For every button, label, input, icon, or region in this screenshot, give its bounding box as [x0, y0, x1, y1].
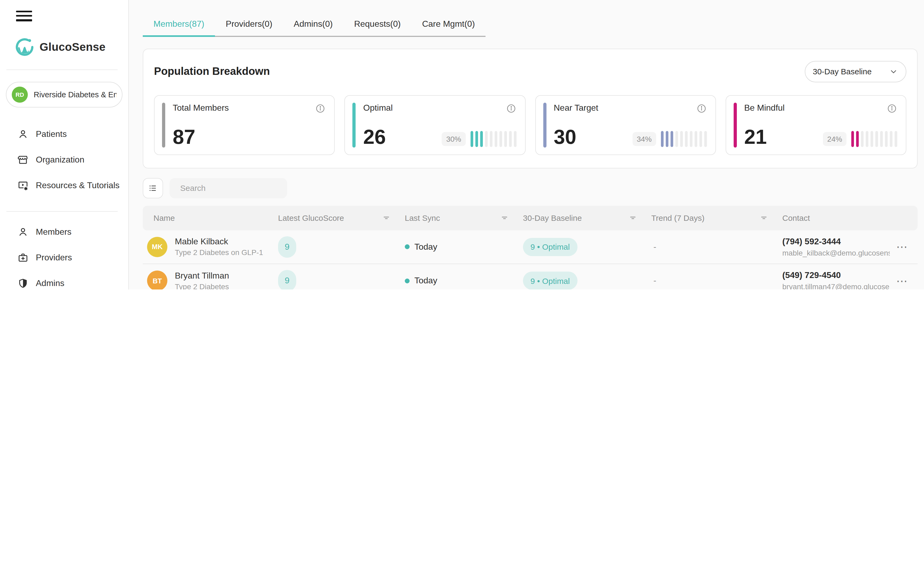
tab-bar: Members(87)Providers(0)Admins(0)Requests… — [143, 14, 486, 37]
member-phone: (794) 592-3444 — [782, 237, 890, 247]
filter-icon[interactable] — [500, 213, 509, 222]
main-content: Members(87)Providers(0)Admins(0)Requests… — [129, 0, 924, 290]
column-header-last-sync: Last Sync — [405, 213, 523, 222]
stat-value: 30 — [554, 126, 576, 147]
sidebar-item-resources-tutorials[interactable]: Resources & Tutorials — [0, 173, 121, 197]
population-breakdown-card: Population Breakdown 30-Day Baseline Tot… — [143, 48, 917, 168]
sidebar-item-label: Patients — [36, 129, 67, 139]
stat-label: Optimal — [363, 103, 393, 113]
sidebar-item-label: Providers — [36, 253, 72, 262]
stat-cards: Total Members87Optimal2630%Near Target30… — [154, 95, 906, 155]
sidebar-item-providers[interactable]: Providers — [0, 246, 121, 269]
sidebar-nav-primary: PatientsOrganizationResources & Tutorial… — [0, 121, 128, 198]
sidebar-item-members[interactable]: Members — [0, 220, 121, 244]
table-toolbar — [143, 178, 917, 198]
filter-icon[interactable] — [759, 213, 769, 222]
last-sync: Today — [405, 242, 523, 252]
search-field — [170, 178, 287, 198]
no-trend-dash: - — [651, 276, 656, 285]
chevron-down-icon — [889, 67, 898, 76]
sidebar-item-admins[interactable]: Admins — [0, 272, 121, 290]
no-trend-dash: - — [651, 242, 656, 251]
column-header-30-day-baseline: 30-Day Baseline — [523, 213, 651, 222]
stat-percent-viz: 34% — [632, 131, 706, 147]
stat-label: Be Mindful — [744, 103, 785, 113]
member-condition: Type 2 Diabetes — [175, 282, 229, 290]
column-header-latest-glucoscore: Latest GlucoScore — [278, 213, 405, 222]
org-selector[interactable]: RD Riverside Diabetes & En — [6, 82, 123, 107]
more-actions-icon[interactable]: ⋯ — [894, 239, 909, 255]
filter-icon[interactable] — [628, 213, 638, 222]
range-select-value: 30-Day Baseline — [813, 67, 872, 76]
brand: GlucoSense — [15, 37, 128, 56]
menu-button[interactable] — [16, 11, 32, 21]
member-name: Bryant Tillman — [175, 271, 229, 281]
org-selector-label: Riverside Diabetes & En — [34, 90, 116, 99]
table-header: NameLatest GlucoScoreLast Sync30-Day Bas… — [143, 206, 917, 230]
stat-label: Near Target — [554, 103, 599, 113]
tab-members-87[interactable]: Members(87) — [143, 14, 215, 37]
org-avatar: RD — [12, 86, 28, 102]
search-input[interactable] — [180, 183, 286, 193]
tab-requests-0[interactable]: Requests(0) — [343, 14, 411, 37]
stat-card-near-target: Near Target3034% — [535, 95, 716, 155]
stat-accent-bar — [543, 102, 546, 147]
list-view-icon — [147, 183, 158, 193]
stat-value: 21 — [744, 126, 767, 147]
sidebar-item-patients[interactable]: Patients — [0, 122, 121, 146]
shield-icon — [17, 277, 29, 289]
page-title: Population Breakdown — [154, 65, 270, 77]
divider — [7, 211, 118, 211]
glucosense-logo-icon — [15, 37, 34, 56]
info-icon[interactable] — [886, 103, 897, 114]
more-actions-icon[interactable]: ⋯ — [894, 273, 909, 289]
sync-status-dot — [405, 245, 410, 249]
column-header-trend-7-days: Trend (7 Days) — [651, 213, 782, 222]
stat-accent-bar — [353, 102, 356, 147]
members-table: NameLatest GlucoScoreLast Sync30-Day Bas… — [143, 206, 917, 290]
baseline-badge: 9 • Optimal — [523, 238, 577, 256]
percent-chip: 30% — [442, 132, 466, 146]
member-email: bryant.tillman47@demo.glucosens… — [782, 283, 890, 290]
stat-card-be-mindful: Be Mindful2124% — [726, 95, 907, 155]
sync-status-dot — [405, 278, 410, 283]
logo-text: GlucoSense — [39, 40, 106, 53]
percent-chip: 34% — [632, 132, 656, 146]
table-row-mable-kilback[interactable]: MKMable KilbackType 2 Diabetes on GLP-19… — [143, 230, 917, 264]
avatar: BT — [147, 271, 167, 290]
person-icon — [17, 128, 29, 140]
avatar: MK — [147, 237, 167, 257]
info-icon[interactable] — [315, 103, 326, 114]
percent-chip: 24% — [823, 132, 847, 146]
member-phone: (549) 729-4540 — [782, 271, 890, 280]
column-header-name: Name — [143, 213, 278, 222]
info-icon[interactable] — [696, 103, 707, 114]
segment-bars — [470, 131, 516, 147]
stat-percent-viz: 30% — [442, 131, 516, 147]
person-icon — [17, 226, 29, 238]
table-row-bryant-tillman[interactable]: BTBryant TillmanType 2 Diabetes9Today9 •… — [143, 264, 917, 290]
stat-accent-bar — [734, 102, 737, 147]
stat-value: 26 — [363, 126, 386, 147]
stat-card-optimal: Optimal2630% — [345, 95, 526, 155]
member-condition: Type 2 Diabetes on GLP-1 — [175, 248, 263, 257]
sidebar-nav-secondary: MembersProvidersAdminsOrganizationsRheos… — [0, 219, 128, 290]
tab-providers-0[interactable]: Providers(0) — [215, 14, 283, 37]
tab-care-mgmt-0[interactable]: Care Mgmt(0) — [412, 14, 486, 37]
medical-bag-icon — [17, 252, 29, 263]
sidebar: GlucoSense RD Riverside Diabetes & En Pa… — [0, 0, 129, 290]
sidebar-item-label: Organization — [36, 155, 84, 164]
filter-icon[interactable] — [382, 213, 391, 222]
segment-bars — [661, 131, 707, 147]
video-tutorial-icon — [17, 179, 29, 191]
glucoscore-pill: 9 — [278, 270, 296, 290]
sidebar-item-label: Admins — [36, 278, 64, 288]
member-name: Mable Kilback — [175, 237, 263, 247]
list-view-button[interactable] — [143, 178, 163, 198]
sidebar-item-organization[interactable]: Organization — [0, 148, 121, 171]
glucoscore-pill: 9 — [278, 236, 296, 258]
last-sync: Today — [405, 276, 523, 286]
info-icon[interactable] — [505, 103, 516, 114]
baseline-range-select[interactable]: 30-Day Baseline — [805, 61, 906, 82]
tab-admins-0[interactable]: Admins(0) — [283, 14, 343, 37]
